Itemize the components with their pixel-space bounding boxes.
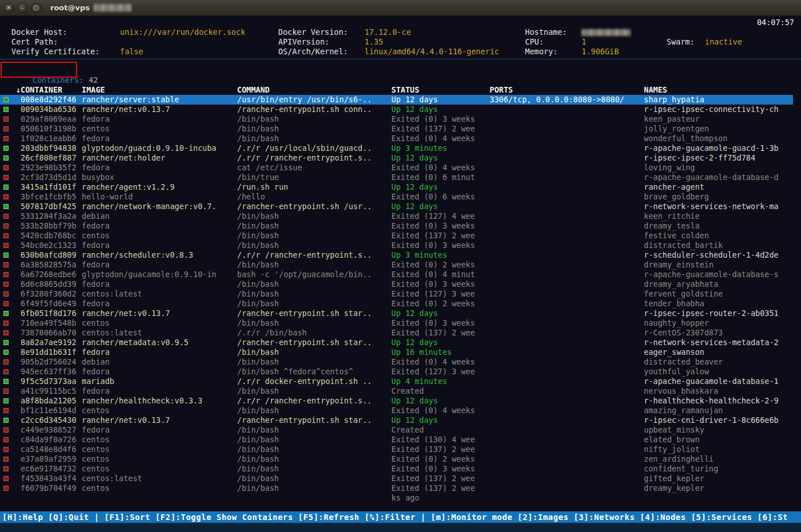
container-name: gifted_kepler xyxy=(644,474,793,483)
container-id: 710ea49f548b xyxy=(21,318,82,328)
table-row[interactable]: 533b28bbf79b fedora /bin/bash Exited (0)… xyxy=(0,221,793,231)
window-close-button[interactable]: ✕ xyxy=(4,3,14,13)
state-indicator-icon xyxy=(0,377,21,386)
container-status: Created xyxy=(391,386,490,396)
container-status: Exited (0) 4 weeks xyxy=(391,406,490,415)
container-command: /.r/r /rancher-entrypoint.s.. xyxy=(237,250,391,260)
redacted-title-text xyxy=(94,4,131,11)
table-row[interactable]: 26cf808ef887 rancher/net:holder /.r/r /r… xyxy=(0,153,793,163)
window-minimize-button[interactable]: – xyxy=(18,3,27,13)
table-row[interactable]: a41c99115bc5 fedora /bin/bash Created ne… xyxy=(0,386,793,396)
table-row[interactable]: f453843a43f4 centos:latest /bin/bash Exi… xyxy=(0,474,793,483)
table-row[interactable]: 029af8069eaa fedora /bin/bash Exited (0)… xyxy=(0,114,793,124)
container-command: /bin/bash xyxy=(237,211,391,221)
table-row[interactable]: 905b2d756024 debian /bin/bash Exited (0)… xyxy=(0,357,793,367)
state-indicator-icon xyxy=(0,153,21,163)
container-image: rancher/healthcheck:v0.3.3 xyxy=(82,396,237,406)
container-command: /bin/bash xyxy=(237,114,391,124)
table-row[interactable]: 6fb051f8d176 rancher/net:v0.13.7 /ranche… xyxy=(0,309,793,318)
table-row[interactable]: 008e8d292f46 rancher/server:stable /usr/… xyxy=(0,95,793,105)
table-row[interactable]: bf1c11e6194d centos /bin/bash Exited (0)… xyxy=(0,406,793,415)
table-row[interactable]: 945ec637ff36 fedora /bin/bash ^fedora^ce… xyxy=(0,367,793,377)
container-image: fedora xyxy=(82,367,237,377)
table-row[interactable]: c449e9388527 fedora /bin/bash Created up… xyxy=(0,425,793,435)
table-row[interactable]: 507817dbf425 rancher/network-manager:v0.… xyxy=(0,202,793,211)
container-image: busybox xyxy=(82,173,237,182)
table-row[interactable]: 2cf3d73d5d1d busybox /bin/true Exited (0… xyxy=(0,173,793,182)
table-row[interactable]: 6d6c8865dd39 fedora /bin/bash Exited (0)… xyxy=(0,279,793,289)
table-row[interactable]: 5420cdb768bc centos /bin/bash Exited (13… xyxy=(0,231,793,241)
container-image: rancher/network-manager:v0.7. xyxy=(82,202,237,211)
table-row[interactable]: 8a82a7ae9192 rancher/metadata:v0.9.5 /ra… xyxy=(0,338,793,347)
container-command: /bin/bash xyxy=(237,435,391,445)
container-command: /bin/bash xyxy=(237,357,391,367)
column-header-ports: PORTS xyxy=(490,85,644,95)
table-row[interactable]: 9f5c5d7373aa mariadb /.r/r docker-entryp… xyxy=(0,377,793,386)
table-row[interactable]: 8e91dd1b631f fedora /bin/bash Up 16 minu… xyxy=(0,347,793,357)
container-command: /bin/bash xyxy=(237,347,391,357)
table-row[interactable]: e37a89af2959 centos /bin/bash Exited (0)… xyxy=(0,454,793,464)
table-row[interactable]: 630b0afcd809 rancher/scheduler:v0.8.3 /.… xyxy=(0,250,793,260)
table-row[interactable]: 050610f3198b centos /bin/bash Exited (13… xyxy=(0,124,793,134)
table-row[interactable]: c84da9f0a726 centos /bin/bash Exited (13… xyxy=(0,435,793,445)
container-status: Exited (127) 3 wee xyxy=(391,367,490,377)
container-id: c449e9388527 xyxy=(21,425,82,435)
container-status: Up 12 days xyxy=(391,95,490,105)
container-status: Exited (137) 2 wee xyxy=(391,124,490,134)
terminal-screen: 04:07:57 Docker Host:unix:///var/run/doc… xyxy=(0,16,801,532)
state-indicator-icon xyxy=(0,250,21,260)
table-row[interactable]: f6079b704f49 centos /bin/bash Exited (13… xyxy=(0,483,793,493)
table-row[interactable]: c2cc6d345430 rancher/net:v0.13.7 /ranche… xyxy=(0,415,793,425)
table-row[interactable]: 5331284f3a2a debian /bin/bash Exited (12… xyxy=(0,211,793,221)
container-name: sharp_hypatia xyxy=(644,95,793,105)
container-id: 8a82a7ae9192 xyxy=(21,338,82,347)
container-name: festive_colden xyxy=(644,231,793,241)
table-row[interactable]: 6f3280f360d2 centos:latest /bin/bash Exi… xyxy=(0,289,793,299)
container-id: 3415a1fd101f xyxy=(21,182,82,192)
container-id: 5420cdb768bc xyxy=(21,231,82,241)
table-row[interactable]: 54bc0e2c1323 fedora /bin/bash Exited (0)… xyxy=(0,241,793,250)
container-ports xyxy=(490,415,644,425)
table-row[interactable]: ec6e91784732 centos /bin/bash Exited (0)… xyxy=(0,464,793,474)
table-row[interactable]: 6a385828575a fedora /bin/bash Exited (0)… xyxy=(0,260,793,270)
container-image: glyptodon/guacd:0.9.10-incuba xyxy=(82,143,237,153)
container-ports xyxy=(490,182,644,192)
container-ports xyxy=(490,134,644,143)
docker-version-label: Docker Version: xyxy=(278,27,365,37)
cert-path-label: Cert Path: xyxy=(11,37,120,47)
container-image: rancher/scheduler:v0.8.3 xyxy=(82,250,237,260)
table-row[interactable]: 009034ba6536 rancher/net:v0.13.7 /ranche… xyxy=(0,105,793,114)
container-name: distracted_bartik xyxy=(644,241,793,250)
container-id: e37a89af2959 xyxy=(21,454,82,464)
host-info: Hostname: CPU:1 Memory:1.906GiB xyxy=(525,27,631,57)
table-row[interactable]: 73878066ab70 centos:latest /.r/r /bin/ba… xyxy=(0,328,793,338)
container-name: dreamy_kepler xyxy=(644,483,793,493)
container-command: cat /etc/issue xyxy=(237,163,391,173)
container-command: /bin/bash xyxy=(237,124,391,134)
container-name: dreamy_tesla xyxy=(644,221,793,231)
container-id: 6a385828575a xyxy=(21,260,82,270)
container-ports xyxy=(490,318,644,328)
table-row[interactable]: 203dbbf94838 glyptodon/guacd:0.9.10-incu… xyxy=(0,143,793,153)
container-status: Exited (0) 4 weeks xyxy=(391,163,490,173)
container-command: /run.sh run xyxy=(237,182,391,192)
table-row[interactable]: a8f8bda21205 rancher/healthcheck:v0.3.3 … xyxy=(0,396,793,406)
container-ports xyxy=(490,377,644,386)
table-row[interactable]: 710ea49f548b centos /bin/bash Exited (0)… xyxy=(0,318,793,328)
table-row[interactable]: 3415a1fd101f rancher/agent:v1.2.9 /run.s… xyxy=(0,182,793,192)
window-maximize-button[interactable]: ▢ xyxy=(31,3,41,13)
table-row[interactable]: 2923e98b35f2 fedora cat /etc/issue Exite… xyxy=(0,163,793,173)
table-row[interactable]: 6f49f5fd6e49 fedora /bin/bash Exited (0)… xyxy=(0,299,793,309)
container-ports xyxy=(490,143,644,153)
container-image: rancher/net:v0.13.7 xyxy=(82,105,237,114)
containers-label: Containers: xyxy=(33,75,83,85)
container-ports xyxy=(490,406,644,415)
table-row[interactable]: 3bfce1fcbfb5 hello-world /hello Exited (… xyxy=(0,192,793,202)
state-indicator-icon xyxy=(0,241,21,250)
table-row[interactable]: ca5148e8d4f6 centos /bin/bash Exited (13… xyxy=(0,445,793,454)
container-name: r-apache-guacamole-database-1 xyxy=(644,377,793,386)
table-row[interactable]: 6a67268edbe6 glyptodon/guacamole:0.9.10-… xyxy=(0,270,793,279)
container-command: /hello xyxy=(237,192,391,202)
table-row[interactable]: 1f028c1eabb6 fedora /bin/bash Exited (0)… xyxy=(0,134,793,143)
state-indicator-icon xyxy=(0,425,21,435)
